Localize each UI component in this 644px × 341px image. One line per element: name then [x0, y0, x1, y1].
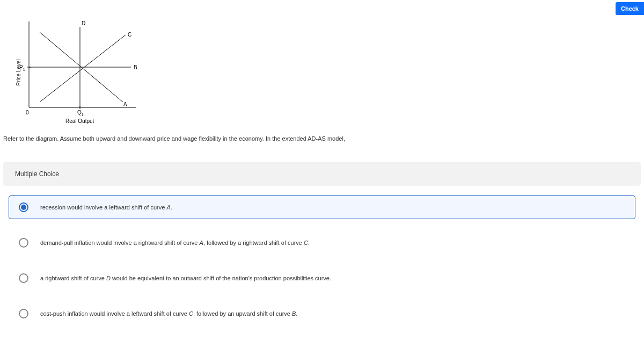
radio-icon — [19, 273, 28, 283]
option-label: a rightward shift of curve D would be eq… — [40, 275, 331, 281]
option-b[interactable]: demand-pull inflation would involve a ri… — [9, 231, 635, 255]
svg-text:D: D — [82, 20, 85, 26]
multiple-choice-heading: Multiple Choice — [3, 162, 641, 186]
svg-text:Real Output: Real Output — [65, 118, 94, 124]
question-panel: Price Level D C B A P1 0 — [0, 0, 644, 325]
option-label: recession would involve a leftward shift… — [40, 204, 172, 211]
svg-text:B: B — [134, 64, 137, 70]
svg-text:A: A — [123, 101, 127, 107]
option-label: cost-push inflation would involve a left… — [40, 310, 297, 317]
option-d[interactable]: cost-push inflation would involve a left… — [9, 302, 635, 325]
radio-icon — [19, 238, 28, 248]
svg-text:C: C — [128, 32, 131, 38]
radio-icon — [19, 309, 28, 318]
question-stem: Refer to the diagram. Assume both upward… — [3, 135, 641, 142]
radio-icon — [19, 202, 28, 212]
check-button[interactable]: Check — [616, 2, 644, 15]
adas-diagram: Price Level D C B A P1 0 — [13, 16, 152, 129]
option-c[interactable]: a rightward shift of curve D would be eq… — [9, 266, 635, 290]
y-axis-label: Price Level — [16, 59, 21, 85]
multiple-choice-section: Multiple Choice recession would involve … — [3, 162, 641, 325]
option-a[interactable]: recession would involve a leftward shift… — [9, 195, 635, 219]
options-list: recession would involve a leftward shift… — [3, 186, 641, 325]
svg-text:Q1: Q1 — [77, 110, 84, 117]
option-label: demand-pull inflation would involve a ri… — [40, 240, 310, 246]
svg-text:0: 0 — [26, 110, 29, 115]
